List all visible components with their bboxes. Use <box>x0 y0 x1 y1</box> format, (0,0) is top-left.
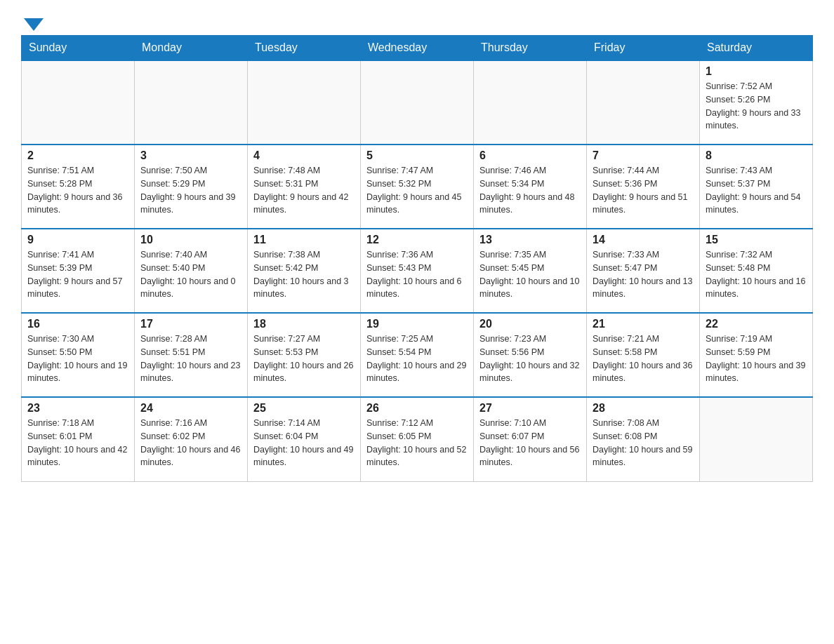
calendar-cell: 19Sunrise: 7:25 AMSunset: 5:54 PMDayligh… <box>361 313 474 397</box>
day-info: Sunrise: 7:12 AMSunset: 6:05 PMDaylight:… <box>366 417 468 469</box>
day-info: Sunrise: 7:35 AMSunset: 5:45 PMDaylight:… <box>479 248 581 301</box>
calendar-cell: 4Sunrise: 7:48 AMSunset: 5:31 PMDaylight… <box>248 145 361 229</box>
day-number: 15 <box>706 234 807 246</box>
day-info: Sunrise: 7:21 AMSunset: 5:58 PMDaylight:… <box>593 333 694 385</box>
page-header <box>21 14 813 28</box>
logo <box>21 14 44 28</box>
day-info: Sunrise: 7:27 AMSunset: 5:53 PMDaylight:… <box>253 333 355 385</box>
calendar-cell <box>248 60 361 145</box>
day-number: 25 <box>253 402 355 415</box>
day-of-week-header: Tuesday <box>248 36 361 61</box>
calendar-cell: 27Sunrise: 7:10 AMSunset: 6:07 PMDayligh… <box>474 397 587 481</box>
calendar-cell: 10Sunrise: 7:40 AMSunset: 5:40 PMDayligh… <box>135 229 248 313</box>
day-info: Sunrise: 7:52 AMSunset: 5:26 PMDaylight:… <box>706 80 807 133</box>
day-info: Sunrise: 7:18 AMSunset: 6:01 PMDaylight:… <box>27 417 128 469</box>
day-info: Sunrise: 7:23 AMSunset: 5:56 PMDaylight:… <box>479 333 581 385</box>
day-number: 2 <box>27 149 128 162</box>
day-number: 19 <box>366 318 468 330</box>
day-info: Sunrise: 7:36 AMSunset: 5:43 PMDaylight:… <box>366 248 468 301</box>
day-info: Sunrise: 7:33 AMSunset: 5:47 PMDaylight:… <box>593 248 694 301</box>
calendar-cell: 15Sunrise: 7:32 AMSunset: 5:48 PMDayligh… <box>700 229 813 313</box>
day-number: 27 <box>479 402 581 415</box>
calendar-cell: 18Sunrise: 7:27 AMSunset: 5:53 PMDayligh… <box>248 313 361 397</box>
calendar-cell: 16Sunrise: 7:30 AMSunset: 5:50 PMDayligh… <box>22 313 135 397</box>
day-number: 4 <box>253 149 355 162</box>
day-info: Sunrise: 7:44 AMSunset: 5:36 PMDaylight:… <box>593 164 694 217</box>
day-number: 28 <box>593 402 694 415</box>
calendar-header-row: SundayMondayTuesdayWednesdayThursdayFrid… <box>22 36 813 61</box>
day-of-week-header: Saturday <box>700 36 813 61</box>
calendar-cell <box>700 397 813 481</box>
calendar-cell: 28Sunrise: 7:08 AMSunset: 6:08 PMDayligh… <box>587 397 700 481</box>
calendar-week-row: 9Sunrise: 7:41 AMSunset: 5:39 PMDaylight… <box>22 229 813 313</box>
calendar-cell: 23Sunrise: 7:18 AMSunset: 6:01 PMDayligh… <box>22 397 135 481</box>
day-info: Sunrise: 7:16 AMSunset: 6:02 PMDaylight:… <box>140 417 241 469</box>
calendar-cell: 7Sunrise: 7:44 AMSunset: 5:36 PMDaylight… <box>587 145 700 229</box>
day-number: 24 <box>140 402 241 415</box>
calendar-table: SundayMondayTuesdayWednesdayThursdayFrid… <box>21 35 813 482</box>
calendar-week-row: 1Sunrise: 7:52 AMSunset: 5:26 PMDaylight… <box>22 60 813 145</box>
calendar-cell: 6Sunrise: 7:46 AMSunset: 5:34 PMDaylight… <box>474 145 587 229</box>
day-info: Sunrise: 7:47 AMSunset: 5:32 PMDaylight:… <box>366 164 468 217</box>
day-of-week-header: Monday <box>135 36 248 61</box>
day-number: 12 <box>366 234 468 246</box>
calendar-cell <box>474 60 587 145</box>
day-number: 9 <box>27 234 128 246</box>
day-info: Sunrise: 7:30 AMSunset: 5:50 PMDaylight:… <box>27 333 128 385</box>
day-of-week-header: Sunday <box>22 36 135 61</box>
day-number: 17 <box>140 318 241 330</box>
calendar-cell <box>135 60 248 145</box>
day-number: 16 <box>27 318 128 330</box>
day-info: Sunrise: 7:32 AMSunset: 5:48 PMDaylight:… <box>706 248 807 301</box>
calendar-cell: 1Sunrise: 7:52 AMSunset: 5:26 PMDaylight… <box>700 60 813 145</box>
day-info: Sunrise: 7:40 AMSunset: 5:40 PMDaylight:… <box>140 248 241 301</box>
calendar-week-row: 23Sunrise: 7:18 AMSunset: 6:01 PMDayligh… <box>22 397 813 481</box>
calendar-cell: 20Sunrise: 7:23 AMSunset: 5:56 PMDayligh… <box>474 313 587 397</box>
calendar-cell: 11Sunrise: 7:38 AMSunset: 5:42 PMDayligh… <box>248 229 361 313</box>
day-number: 13 <box>479 234 581 246</box>
day-number: 26 <box>366 402 468 415</box>
calendar-cell: 9Sunrise: 7:41 AMSunset: 5:39 PMDaylight… <box>22 229 135 313</box>
day-info: Sunrise: 7:25 AMSunset: 5:54 PMDaylight:… <box>366 333 468 385</box>
calendar-cell <box>22 60 135 145</box>
calendar-week-row: 2Sunrise: 7:51 AMSunset: 5:28 PMDaylight… <box>22 145 813 229</box>
day-number: 22 <box>706 318 807 330</box>
calendar-cell: 25Sunrise: 7:14 AMSunset: 6:04 PMDayligh… <box>248 397 361 481</box>
day-number: 20 <box>479 318 581 330</box>
calendar-cell: 5Sunrise: 7:47 AMSunset: 5:32 PMDaylight… <box>361 145 474 229</box>
day-info: Sunrise: 7:51 AMSunset: 5:28 PMDaylight:… <box>27 164 128 217</box>
day-number: 8 <box>706 149 807 162</box>
calendar-week-row: 16Sunrise: 7:30 AMSunset: 5:50 PMDayligh… <box>22 313 813 397</box>
calendar-cell: 13Sunrise: 7:35 AMSunset: 5:45 PMDayligh… <box>474 229 587 313</box>
day-number: 11 <box>253 234 355 246</box>
day-info: Sunrise: 7:46 AMSunset: 5:34 PMDaylight:… <box>479 164 581 217</box>
day-number: 10 <box>140 234 241 246</box>
day-info: Sunrise: 7:43 AMSunset: 5:37 PMDaylight:… <box>706 164 807 217</box>
day-number: 1 <box>706 65 807 78</box>
day-number: 5 <box>366 149 468 162</box>
day-info: Sunrise: 7:50 AMSunset: 5:29 PMDaylight:… <box>140 164 241 217</box>
calendar-cell: 3Sunrise: 7:50 AMSunset: 5:29 PMDaylight… <box>135 145 248 229</box>
calendar-cell: 22Sunrise: 7:19 AMSunset: 5:59 PMDayligh… <box>700 313 813 397</box>
calendar-cell: 24Sunrise: 7:16 AMSunset: 6:02 PMDayligh… <box>135 397 248 481</box>
calendar-cell: 2Sunrise: 7:51 AMSunset: 5:28 PMDaylight… <box>22 145 135 229</box>
day-info: Sunrise: 7:19 AMSunset: 5:59 PMDaylight:… <box>706 333 807 385</box>
day-info: Sunrise: 7:48 AMSunset: 5:31 PMDaylight:… <box>253 164 355 217</box>
day-of-week-header: Friday <box>587 36 700 61</box>
calendar-cell <box>361 60 474 145</box>
day-number: 3 <box>140 149 241 162</box>
day-info: Sunrise: 7:38 AMSunset: 5:42 PMDaylight:… <box>253 248 355 301</box>
day-number: 14 <box>593 234 694 246</box>
calendar-cell: 8Sunrise: 7:43 AMSunset: 5:37 PMDaylight… <box>700 145 813 229</box>
day-number: 21 <box>593 318 694 330</box>
calendar-cell: 17Sunrise: 7:28 AMSunset: 5:51 PMDayligh… <box>135 313 248 397</box>
day-info: Sunrise: 7:41 AMSunset: 5:39 PMDaylight:… <box>27 248 128 301</box>
calendar-cell: 12Sunrise: 7:36 AMSunset: 5:43 PMDayligh… <box>361 229 474 313</box>
day-number: 18 <box>253 318 355 330</box>
day-info: Sunrise: 7:14 AMSunset: 6:04 PMDaylight:… <box>253 417 355 469</box>
day-info: Sunrise: 7:08 AMSunset: 6:08 PMDaylight:… <box>593 417 694 469</box>
day-info: Sunrise: 7:28 AMSunset: 5:51 PMDaylight:… <box>140 333 241 385</box>
day-number: 7 <box>593 149 694 162</box>
day-number: 23 <box>27 402 128 415</box>
calendar-cell: 14Sunrise: 7:33 AMSunset: 5:47 PMDayligh… <box>587 229 700 313</box>
